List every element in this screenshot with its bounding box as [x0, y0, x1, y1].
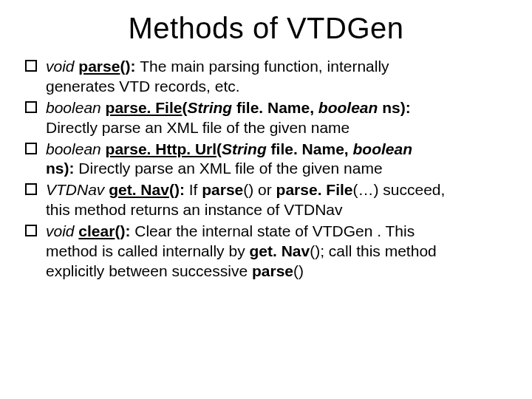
- return-type: boolean: [46, 140, 106, 157]
- method-desc: () or: [243, 181, 276, 198]
- ref-method: parse: [202, 181, 243, 198]
- return-type: boolean: [46, 99, 106, 116]
- method-desc: (…) succeed,: [353, 181, 446, 198]
- method-desc: Clear the internal state of VTDGen . Thi…: [134, 222, 415, 239]
- method-desc: Directly parse an XML file of the given …: [78, 160, 382, 177]
- return-type: VTDNav: [46, 181, 109, 198]
- method-desc: If: [189, 181, 202, 198]
- param-name: ns):: [46, 160, 78, 177]
- bullet-icon: [25, 101, 37, 113]
- method-params: ():: [120, 58, 140, 75]
- method-params: ():: [115, 222, 134, 239]
- param-name: file. Name,: [271, 140, 353, 157]
- method-desc: generates VTD records, etc.: [46, 78, 240, 95]
- return-type: void: [46, 222, 78, 239]
- return-type: void: [46, 58, 78, 75]
- slide: Methods of VTDGen void parse(): The main…: [0, 0, 532, 399]
- method-name: clear: [78, 222, 115, 239]
- method-desc: method is called internally by: [46, 242, 249, 259]
- method-desc: explicitly between successive: [46, 262, 252, 279]
- param-type: boolean: [353, 140, 413, 157]
- list-item: void parse(): The main parsing function,…: [24, 57, 508, 97]
- param-name: ns):: [382, 99, 411, 116]
- bullet-icon: [25, 60, 37, 72]
- list-item: boolean parse. Http. Url(String file. Na…: [24, 140, 508, 180]
- method-desc: Directly parse an XML file of the given …: [46, 119, 349, 136]
- method-name: parse: [78, 58, 120, 75]
- list-item: void clear(): Clear the internal state o…: [24, 222, 508, 282]
- method-list: void parse(): The main parsing function,…: [21, 57, 511, 282]
- bullet-icon: [25, 143, 37, 154]
- method-name: get. Nav: [109, 181, 169, 198]
- list-item: boolean parse. File(String file. Name, b…: [24, 98, 508, 138]
- param-type: boolean: [318, 99, 382, 116]
- method-params: ():: [169, 181, 189, 198]
- param-type: String: [187, 99, 236, 116]
- ref-method: parse: [252, 262, 293, 279]
- param-name: file. Name,: [236, 99, 318, 116]
- ref-method: parse. File: [276, 181, 353, 198]
- method-desc: (); call this method: [310, 242, 437, 259]
- list-item: VTDNav get. Nav(): If parse() or parse. …: [24, 180, 508, 220]
- method-name: parse. Http. Url: [106, 140, 217, 157]
- method-desc: (): [293, 262, 304, 279]
- param-type: String: [222, 140, 271, 157]
- method-desc: The main parsing function, internally: [140, 58, 389, 75]
- method-desc: this method returns an instance of VTDNa…: [46, 201, 343, 218]
- method-name: parse. File: [106, 99, 183, 116]
- ref-method: get. Nav: [249, 242, 310, 259]
- bullet-icon: [25, 225, 37, 236]
- page-title: Methods of VTDGen: [21, 12, 511, 45]
- bullet-icon: [25, 183, 37, 195]
